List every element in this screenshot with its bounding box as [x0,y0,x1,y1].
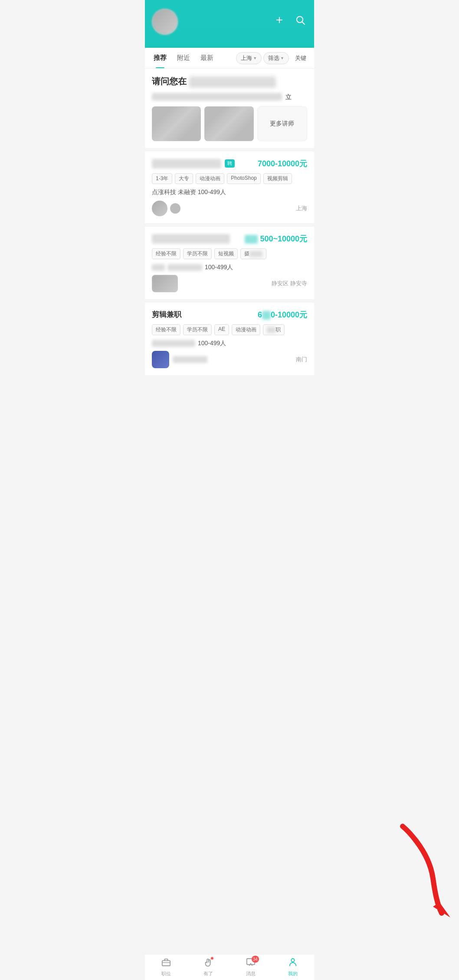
recruiter-avatar-2 [152,275,178,292]
job-location-3: 南门 [296,356,307,363]
banner-images: 更多讲师 [152,106,307,141]
job-tag: 摄 [240,248,266,259]
recruiter-info-3 [152,351,207,368]
avatar [152,9,178,35]
job-title-blur-2 [152,234,230,244]
header: + [145,0,314,48]
filter-btn[interactable]: 筛选 ▼ [263,52,289,64]
job-tag: 视频剪辑 [263,173,292,184]
job-footer-1: 上海 [152,201,307,216]
job-salary-1: 7000-10000元 [258,158,307,169]
tab-recommended[interactable]: 推荐 [148,48,172,69]
job-title-3: 剪辑兼职 [152,310,181,320]
job-card-3[interactable]: 剪辑兼职 60-10000元 经验不限 学历不限 AE 动漫动画 职 100-4… [145,303,314,375]
job-location-2: 静安区 静安寺 [272,280,307,287]
job-tag: 经验不限 [152,248,180,259]
recruiter-name-blur [170,203,180,214]
banner-subtitle-blur [152,93,282,101]
job-footer-3: 南门 [152,351,307,368]
banner-subtitle: 立 [152,93,307,101]
job-tag-photoshop: PhotoShop [227,173,260,184]
job-tags-2: 经验不限 学历不限 短视频 摄 [152,248,307,259]
job-tag: 学历不限 [183,248,212,259]
job-tag: 职 [263,324,285,335]
job-salary-2: 500~10000元 [245,234,307,244]
recruiter-avatar [152,201,167,216]
add-icon[interactable]: + [272,13,286,27]
job-card-2[interactable]: 500~10000元 经验不限 学历不限 短视频 摄 100-499人 [145,227,314,299]
job-tag: 动漫动画 [232,324,260,335]
job-card-1[interactable]: 聘 7000-10000元 1-3年 大专 动漫动画 PhotoShop 视频剪… [145,152,314,223]
nav-filters: 上海 ▼ 筛选 ▼ 关键 [236,52,311,64]
job-footer-2: 静安区 静安寺 [152,275,307,292]
tab-latest[interactable]: 最新 [195,48,219,69]
job-header-3: 剪辑兼职 60-10000元 [152,310,307,320]
job-company-1: 点涨科技 未融资 100-499人 [152,188,307,196]
banner-image-2[interactable] [204,106,253,141]
job-tag: 动漫动画 [196,173,224,184]
job-title-blur-1 [152,159,221,168]
job-tag: 经验不限 [152,324,180,335]
job-tag: 1-3年 [152,173,172,184]
banner-title-blur [189,76,276,88]
job-tag: 短视频 [214,248,238,259]
job-tag: AE [214,324,229,335]
more-teachers-button[interactable]: 更多讲师 [257,106,307,141]
job-location-1: 上海 [296,205,307,212]
city-filter[interactable]: 上海 ▼ [236,52,262,64]
search-icon[interactable] [293,13,307,27]
tab-nearby[interactable]: 附近 [172,48,195,69]
recruiter-name-blur-3 [173,356,207,363]
recruiter-info [152,201,180,216]
job-badge: 聘 [225,159,235,168]
keyword-filter[interactable]: 关键 [291,52,311,64]
banner-title: 请问您在 [152,76,307,88]
job-header-2: 500~10000元 [152,234,307,244]
job-tags-1: 1-3年 大专 动漫动画 PhotoShop 视频剪辑 [152,173,307,184]
svg-line-1 [302,22,305,25]
recruiter-avatar-3 [152,351,169,368]
job-company-3: 100-499人 [152,340,307,347]
job-header-1: 聘 7000-10000元 [152,158,307,169]
job-title-area-1: 聘 [152,159,258,168]
job-company-2: 100-499人 [152,264,307,271]
banner-image-1[interactable] [152,106,201,141]
header-actions: + [272,13,307,27]
recruiter-info-2 [152,275,178,292]
chevron-down-icon: ▼ [280,56,284,60]
job-salary-3: 60-10000元 [258,310,307,320]
nav-tabs: 推荐 附近 最新 上海 ▼ 筛选 ▼ 关键 [145,48,314,69]
job-tags-3: 经验不限 学历不限 AE 动漫动画 职 [152,324,307,335]
job-title-area-2 [152,234,230,244]
chevron-down-icon: ▼ [253,56,257,60]
job-tag: 学历不限 [183,324,212,335]
banner-section: 请问您在 立 更多讲师 [145,69,314,148]
job-tag: 大专 [175,173,193,184]
